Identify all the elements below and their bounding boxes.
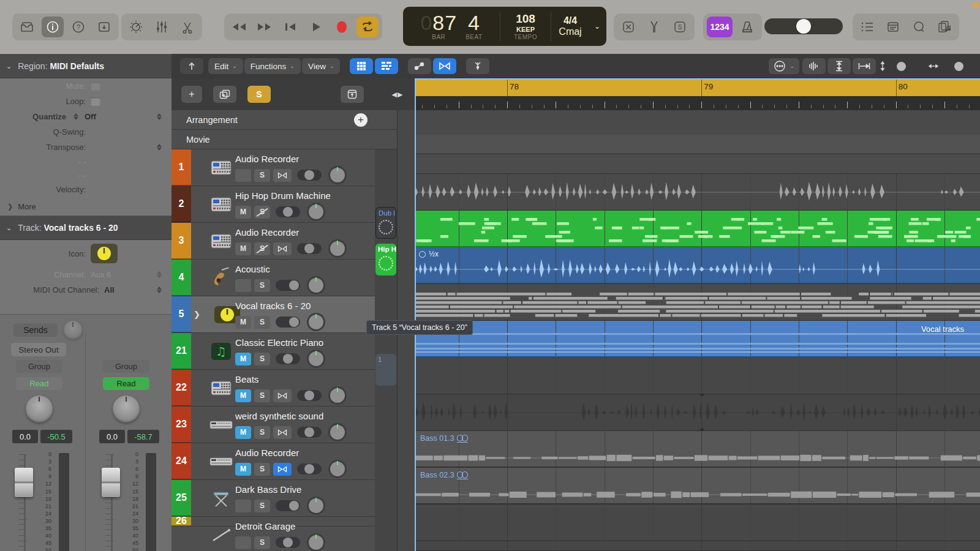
lane-track-26[interactable] <box>415 541 980 551</box>
mute-button[interactable]: M <box>235 389 251 402</box>
track-pan-knob[interactable] <box>328 166 347 184</box>
solo-button[interactable]: S <box>254 463 270 476</box>
automation-read-right[interactable]: Read <box>103 377 149 390</box>
smart-controls-icon[interactable] <box>125 17 147 37</box>
live-loops-cell[interactable]: Dub l <box>375 207 396 239</box>
h-zoom-slider[interactable] <box>942 65 975 68</box>
level-value-left[interactable]: -50.5 <box>40 430 72 443</box>
track-name[interactable]: Beats <box>235 374 258 384</box>
track-on-off-toggle[interactable] <box>276 500 300 511</box>
track-pan-knob[interactable] <box>307 533 325 551</box>
global-solo-button[interactable]: S <box>247 86 271 103</box>
pan-knob-right[interactable] <box>113 395 140 422</box>
live-loops-grid-button[interactable] <box>350 58 373 74</box>
track-pan-knob[interactable] <box>328 386 347 405</box>
quick-help-icon[interactable]: ? <box>67 17 89 37</box>
media-browser-icon[interactable] <box>933 17 956 37</box>
cycle-ruler[interactable]: 787980 <box>415 80 980 96</box>
track-number[interactable]: 26 <box>172 517 191 526</box>
stereo-out-button[interactable]: Stereo Out <box>11 343 66 356</box>
track-header-21[interactable]: 21♫Classic Electric PianoMS <box>172 333 375 370</box>
live-loops-cell[interactable]: Hip H <box>375 244 396 276</box>
solo-button[interactable]: S <box>254 242 270 255</box>
quantize-menu-stepper[interactable] <box>157 113 162 120</box>
loop-browser-icon[interactable] <box>908 17 930 37</box>
track-name[interactable]: Vocal tracks 6 - 20 <box>235 301 311 311</box>
track-on-off-toggle[interactable] <box>276 353 300 364</box>
mute-button[interactable] <box>235 169 251 182</box>
track-header-25[interactable]: 25Dark Bass DriveS <box>172 480 375 517</box>
track-on-off-toggle[interactable] <box>276 280 300 291</box>
track-pan-knob[interactable] <box>307 313 325 331</box>
pan-value-right[interactable]: 0.0 <box>99 430 125 443</box>
grid-tracks-divider-button[interactable]: ◀▶ <box>387 86 408 103</box>
track-number[interactable]: 22 <box>172 370 191 406</box>
show-hide-panel-button[interactable] <box>341 86 364 103</box>
track-number[interactable]: 25 <box>172 480 191 516</box>
live-loops-cell[interactable]: 1 <box>375 354 396 386</box>
solo-button[interactable]: S <box>254 206 270 219</box>
track-number[interactable]: 24 <box>172 443 191 479</box>
track-disclosure-icon[interactable]: ❯ <box>194 310 200 319</box>
track-header-1[interactable]: 1Audio RecorderS <box>172 149 375 186</box>
playhead[interactable] <box>415 78 416 551</box>
mute-button[interactable]: M <box>235 206 251 219</box>
track-icon-button[interactable] <box>91 244 118 263</box>
track-on-off-toggle[interactable] <box>297 390 322 401</box>
stop-go-to-beginning-button[interactable] <box>279 17 301 37</box>
fader-cap[interactable] <box>15 468 33 497</box>
solo-button[interactable]: S <box>254 426 270 439</box>
channel-value[interactable]: Aux 6 <box>91 270 111 279</box>
track-number[interactable]: 4 <box>172 260 191 296</box>
track-number[interactable]: 5 <box>172 296 191 332</box>
track-number[interactable]: 1 <box>172 149 191 186</box>
master-volume-slider[interactable] <box>764 18 843 34</box>
track-name[interactable]: Detroit Garage <box>235 521 295 531</box>
lane-track-4[interactable] <box>415 284 980 321</box>
track-name[interactable]: weird synthetic sound <box>235 411 323 421</box>
count-in-button[interactable]: 1234 <box>707 17 733 37</box>
track-pan-knob[interactable] <box>307 350 325 368</box>
lcd-mode-chevron[interactable]: ⌄ <box>589 7 605 46</box>
tuner-icon[interactable] <box>643 17 665 37</box>
flex-icon[interactable] <box>273 242 292 255</box>
track-name[interactable]: Dark Bass Drive <box>235 484 301 495</box>
lane-track-24[interactable]: Bass 02.3 <box>415 468 980 504</box>
track-pan-knob[interactable] <box>328 460 347 478</box>
cycle-button[interactable] <box>356 17 379 37</box>
hide-track-header-icon[interactable] <box>180 58 203 74</box>
track-header-22[interactable]: 22BeatsMS <box>172 370 375 407</box>
track-name[interactable]: Audio Recorder <box>235 448 299 458</box>
lane-track-21[interactable] <box>415 358 980 394</box>
track-name[interactable]: Audio Recorder <box>235 227 299 238</box>
v-zoom-slider[interactable] <box>889 65 922 68</box>
library-icon[interactable] <box>16 17 38 37</box>
midi-out-value[interactable]: All <box>104 285 115 294</box>
mute-button[interactable]: M <box>235 353 251 365</box>
track-number[interactable]: 2 <box>172 186 191 222</box>
channel-stepper[interactable] <box>157 271 162 278</box>
track-on-off-toggle[interactable] <box>276 206 300 217</box>
mute-checkbox[interactable] <box>91 82 100 91</box>
flex-icon[interactable] <box>273 169 292 182</box>
track-number[interactable]: 3 <box>172 223 191 259</box>
solo-button[interactable]: S <box>254 169 270 182</box>
track-pan-knob[interactable] <box>307 276 325 294</box>
mute-button[interactable]: M <box>235 242 251 255</box>
menu-functions[interactable]: Functions⌄ <box>244 58 301 74</box>
track-header-23[interactable]: 23weird synthetic soundMS <box>172 407 375 443</box>
track-options-button[interactable]: ⌄ <box>769 58 799 74</box>
mute-button[interactable]: M <box>235 316 251 329</box>
inspector-toggle-icon[interactable] <box>42 17 64 37</box>
snap-mode-button[interactable] <box>466 58 489 74</box>
track-header-2[interactable]: 2Hip Hop Drum MachineMS <box>172 186 375 223</box>
scissors-icon[interactable] <box>176 17 198 37</box>
play-button[interactable] <box>305 17 327 37</box>
solo-mode-icon[interactable]: S <box>669 17 691 37</box>
quantize-stepper[interactable] <box>74 113 78 120</box>
track-pan-knob[interactable] <box>307 497 325 515</box>
automation-button[interactable] <box>408 58 431 74</box>
track-inspector-header[interactable]: ⌄ Track: Vocal tracks 6 - 20 <box>0 216 172 240</box>
mute-button[interactable]: M <box>235 463 251 476</box>
flex-icon[interactable] <box>273 389 292 402</box>
